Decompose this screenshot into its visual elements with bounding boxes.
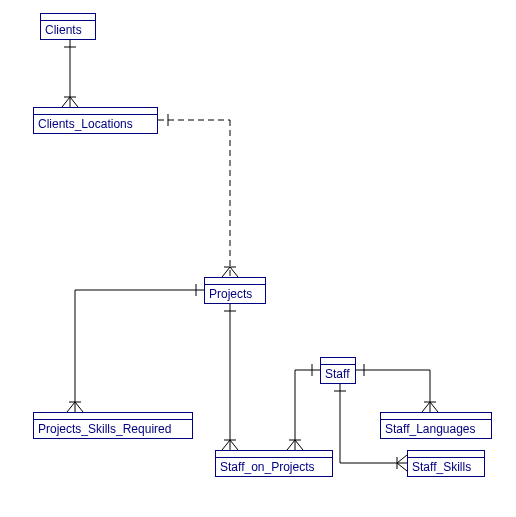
svg-line-26 xyxy=(295,440,303,450)
svg-line-37 xyxy=(397,455,407,463)
svg-line-2 xyxy=(62,97,70,107)
svg-line-20 xyxy=(230,440,238,450)
entity-staff-on-projects-label: Staff_on_Projects xyxy=(216,458,332,476)
svg-line-32 xyxy=(430,402,438,412)
entity-projects: Projects xyxy=(204,277,266,304)
svg-line-8 xyxy=(222,267,230,277)
entity-staff-skills-label: Staff_Skills xyxy=(408,458,484,476)
entity-clients-locations-label: Clients_Locations xyxy=(34,115,157,133)
entity-clients-label: Clients xyxy=(41,21,95,39)
erd-connectors xyxy=(0,0,516,517)
entity-staff-skills: Staff_Skills xyxy=(407,450,485,477)
entity-staff-languages-label: Staff_Languages xyxy=(381,420,491,438)
svg-line-14 xyxy=(67,402,75,412)
svg-line-38 xyxy=(397,463,407,471)
svg-line-9 xyxy=(230,267,238,277)
entity-projects-skills-required-label: Projects_Skills_Required xyxy=(34,420,192,438)
entity-staff-on-projects: Staff_on_Projects xyxy=(215,450,333,477)
entity-staff-languages: Staff_Languages xyxy=(380,412,492,439)
svg-line-19 xyxy=(222,440,230,450)
entity-staff: Staff xyxy=(320,357,356,384)
entity-clients-locations: Clients_Locations xyxy=(33,107,158,134)
entity-projects-label: Projects xyxy=(205,285,265,303)
entity-projects-skills-required: Projects_Skills_Required xyxy=(33,412,193,439)
entity-clients: Clients xyxy=(40,13,96,40)
svg-line-15 xyxy=(75,402,83,412)
svg-line-31 xyxy=(422,402,430,412)
entity-staff-label: Staff xyxy=(321,365,355,383)
svg-line-3 xyxy=(70,97,78,107)
svg-line-25 xyxy=(287,440,295,450)
